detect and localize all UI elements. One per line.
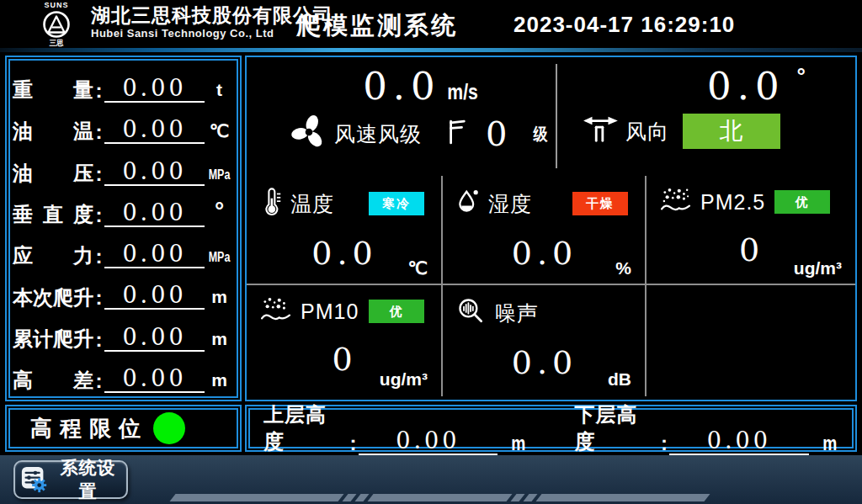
wind-compass-badge: 北 bbox=[683, 114, 780, 149]
pm10-status-badge: 优 bbox=[369, 300, 424, 323]
metric-row-oil-pressure: 油 压: 0.00 MPa bbox=[13, 151, 234, 186]
noise-unit: dB bbox=[608, 369, 631, 390]
wind-direction-value: 0.0 bbox=[707, 67, 785, 105]
page-title: 爬模监测系统 bbox=[296, 9, 458, 43]
wind-section-divider bbox=[556, 64, 557, 168]
lower-height-unit: m bbox=[822, 432, 837, 455]
metric-unit: MPa bbox=[208, 168, 231, 186]
upper-height-group: 上层高度 : 0.00 m bbox=[263, 401, 528, 455]
metric-value: 0.00 bbox=[104, 282, 205, 310]
settings-button-label: 系统设置 bbox=[55, 456, 121, 503]
metric-row-current-climb: 本次爬升: 0.00 m bbox=[13, 274, 234, 310]
metric-value: 0.00 bbox=[104, 365, 205, 393]
logo-top-text: SUNS bbox=[44, 1, 68, 9]
wind-level-value: 0 bbox=[486, 117, 507, 151]
noise-label: 噪声 bbox=[495, 300, 539, 327]
metric-label: 油 压 bbox=[13, 162, 93, 186]
settings-button[interactable]: 系统设置 bbox=[13, 460, 128, 499]
metric-label: 高 差 bbox=[13, 369, 93, 393]
climbing-formwork-monitor-screen: SUNS 三思 湖北三思科技股份有限公司 Hubei Sansi Technol… bbox=[0, 0, 862, 504]
pm25-status-badge: 优 bbox=[774, 190, 830, 214]
upper-height-unit: m bbox=[511, 432, 525, 455]
metric-value: 0.00 bbox=[104, 75, 205, 103]
wind-vane-icon bbox=[582, 114, 619, 149]
elevation-limit-box: 高程限位 bbox=[5, 405, 242, 452]
metrics-panel: 重 量: 0.00 t 油 温: 0.00 ℃ 油 压: 0.00 MPa 垂直… bbox=[5, 56, 242, 401]
header-divider bbox=[0, 48, 862, 52]
noise-cell: 噪声 0.0 dB bbox=[443, 285, 645, 395]
wind-speed-value: 0.0 bbox=[363, 67, 441, 105]
metric-unit: m bbox=[205, 330, 234, 352]
temperature-value: 0.0 bbox=[260, 237, 429, 269]
metric-row-weight: 重 量: 0.00 t bbox=[13, 67, 234, 103]
environment-panel: 0.0 m/s 风速风级 bbox=[245, 56, 857, 401]
metric-unit: m bbox=[205, 288, 234, 310]
metric-value: 0.00 bbox=[104, 158, 205, 186]
metric-label: 垂直度 bbox=[13, 203, 93, 227]
temperature-label: 温度 bbox=[290, 190, 334, 218]
wind-speed-unit: m/s bbox=[447, 80, 478, 104]
metric-row-total-climb: 累计爬升: 0.00 m bbox=[13, 316, 234, 352]
metric-label: 油 温 bbox=[13, 119, 93, 144]
particles-icon bbox=[260, 296, 292, 326]
settings-gear-icon bbox=[20, 465, 49, 494]
datetime-display: 2023-04-17 16:29:10 bbox=[513, 12, 735, 38]
wind-direction-label: 风向 bbox=[625, 118, 669, 146]
temperature-status-badge: 寒冷 bbox=[369, 192, 424, 215]
wind-direction-unit: ° bbox=[797, 67, 806, 85]
metric-unit: m bbox=[205, 371, 234, 393]
particles-icon bbox=[660, 187, 692, 217]
fan-icon bbox=[290, 114, 327, 154]
metric-label: 重 量 bbox=[13, 78, 93, 103]
taskbar-decor-stripe bbox=[173, 494, 707, 501]
metric-unit: ℃ bbox=[205, 122, 234, 144]
wind-level-unit: 级 bbox=[534, 123, 548, 146]
wind-level-icon bbox=[447, 119, 467, 149]
elevation-limit-label: 高程限位 bbox=[30, 414, 148, 443]
metric-label: 应 力 bbox=[13, 244, 93, 268]
humidity-label: 湿度 bbox=[488, 190, 532, 218]
pm25-label: PM2.5 bbox=[700, 190, 765, 215]
thermometer-icon bbox=[260, 187, 282, 220]
temperature-cell: 温度 寒冷 0.0 ℃ bbox=[247, 176, 441, 284]
humidity-cell: 湿度 干燥 0.0 % bbox=[443, 176, 645, 284]
metric-row-height-difference: 高 差: 0.00 m bbox=[13, 358, 234, 393]
metric-unit: ° bbox=[205, 199, 234, 227]
lower-height-group: 下层高度 : 0.00 m bbox=[575, 401, 839, 455]
metric-value: 0.00 bbox=[104, 324, 205, 352]
metric-label: 累计爬升 bbox=[13, 327, 93, 352]
pm10-unit: ug/m³ bbox=[380, 369, 428, 390]
header: SUNS 三思 湖北三思科技股份有限公司 Hubei Sansi Technol… bbox=[0, 0, 862, 48]
humidity-unit: % bbox=[615, 258, 631, 279]
metric-row-verticality: 垂直度: 0.00 ° bbox=[13, 192, 234, 227]
metric-unit: MPa bbox=[208, 251, 231, 268]
taskbar: 系统设置 bbox=[0, 455, 862, 504]
elevation-limit-indicator bbox=[153, 412, 185, 444]
metric-value: 0.00 bbox=[104, 116, 205, 144]
logo-bottom-text: 三思 bbox=[50, 39, 65, 47]
metric-unit: t bbox=[205, 81, 234, 103]
wind-speed-label: 风速风级 bbox=[334, 120, 422, 148]
metric-label: 本次爬升 bbox=[13, 286, 93, 310]
metric-row-oil-temp: 油 温: 0.00 ℃ bbox=[13, 109, 234, 144]
wind-speed-block: 0.0 m/s 风速风级 bbox=[247, 57, 556, 173]
pm25-unit: ug/m³ bbox=[794, 258, 842, 279]
metric-value: 0.00 bbox=[104, 199, 205, 227]
pm10-label: PM10 bbox=[301, 300, 359, 324]
pm10-cell: PM10 优 0 ug/m³ bbox=[247, 285, 441, 395]
metric-value: 0.00 bbox=[104, 241, 205, 268]
humidity-value: 0.0 bbox=[456, 237, 633, 269]
layer-heights-box: 上层高度 : 0.00 m 下层高度 : 0.00 m bbox=[245, 405, 857, 452]
wind-direction-block: 0.0 ° 风向 北 bbox=[558, 57, 854, 173]
temperature-unit: ℃ bbox=[407, 258, 428, 279]
humidity-status-badge: 干燥 bbox=[572, 192, 628, 215]
lower-height-label: 下层高度 bbox=[575, 401, 658, 455]
pm25-cell: PM2.5 优 0 ug/m³ bbox=[646, 176, 855, 284]
water-drop-icon bbox=[456, 187, 480, 220]
lower-height-value: 0.00 bbox=[669, 427, 809, 455]
company-logo-icon: SUNS 三思 bbox=[22, 0, 91, 47]
upper-height-label: 上层高度 bbox=[263, 401, 347, 455]
noise-meter-icon bbox=[456, 296, 487, 330]
noise-value: 0.0 bbox=[456, 347, 633, 379]
upper-height-value: 0.00 bbox=[359, 427, 498, 455]
